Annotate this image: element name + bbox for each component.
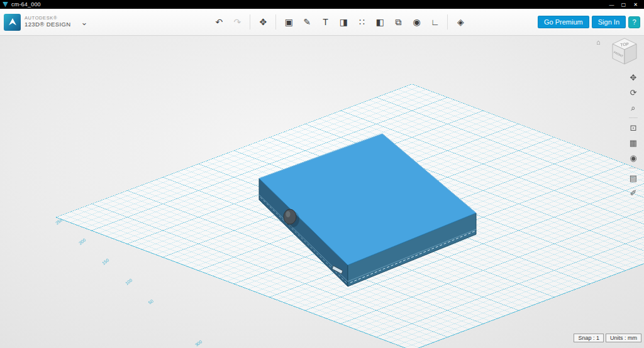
toolbar-separator <box>447 14 448 30</box>
model-canvas <box>0 36 644 348</box>
visibility-icon[interactable]: ◉ <box>628 153 639 163</box>
brand-123d-design: 123D® DESIGN <box>25 21 71 28</box>
text-tool-icon[interactable]: T <box>319 17 331 27</box>
account-area: Go Premium Sign In ? <box>538 16 640 28</box>
pattern-icon[interactable]: ∷ <box>356 17 367 27</box>
zoom-icon[interactable]: ⌕ <box>628 102 639 113</box>
3d-viewport[interactable]: 250 200 150 100 50 300 ⌂ TOP FRONT <box>0 36 644 348</box>
pan-icon[interactable]: ✥ <box>628 72 639 83</box>
model-knob-highlight <box>286 211 291 217</box>
nav-separator <box>629 168 638 168</box>
autodesk-123d-logo-icon <box>4 14 21 31</box>
home-view-icon[interactable]: ⌂ <box>596 38 601 46</box>
tool-icon-row: ↶ ↷ ✥ ▣ ✎ T ◨ ∷ ◧ ⧉ ◉ ∟ ◈ <box>213 14 466 30</box>
brand-text: AUTODESK® 123D® DESIGN <box>25 16 71 28</box>
toolbar-separator <box>275 14 276 30</box>
minimize-button[interactable]: — <box>606 0 618 9</box>
nav-separator <box>629 117 638 118</box>
modify-icon[interactable]: ◧ <box>374 17 386 27</box>
app-icon <box>3 2 8 8</box>
close-button[interactable]: ✕ <box>630 0 641 9</box>
sign-in-button[interactable]: Sign In <box>592 16 626 28</box>
window-title: cm-64_000 <box>11 1 41 8</box>
shaded-view-icon[interactable]: ▦ <box>628 138 639 148</box>
main-menu-chevron-icon[interactable]: ⌄ <box>81 18 88 27</box>
undo-icon[interactable]: ↶ <box>213 17 225 27</box>
combine-icon[interactable]: ◉ <box>411 17 422 27</box>
status-bar: Snap : 1 Units : mm <box>574 334 641 342</box>
view-cube-area: ⌂ TOP FRONT <box>596 36 640 68</box>
main-toolbar: AUTODESK® 123D® DESIGN ⌄ ↶ ↷ ✥ ▣ ✎ T ◨ ∷… <box>0 9 644 36</box>
grouping-icon[interactable]: ⧉ <box>392 17 404 28</box>
viewport-nav-toolbar: ✥ ⟳ ⌕ ⊡ ▦ ◉ ▤ ✐ <box>628 72 639 198</box>
toolbar-separator <box>250 14 250 30</box>
material-icon[interactable]: ✐ <box>628 188 639 198</box>
view-cube[interactable]: TOP FRONT <box>608 36 640 67</box>
maximize-button[interactable]: ▢ <box>618 0 630 9</box>
window-controls: — ▢ ✕ <box>606 0 641 9</box>
go-premium-button[interactable]: Go Premium <box>538 16 589 28</box>
brand: AUTODESK® 123D® DESIGN ⌄ <box>4 14 87 31</box>
grid-settings-icon[interactable]: ▤ <box>628 173 639 183</box>
measure-icon[interactable]: ∟ <box>429 17 440 27</box>
construct-icon[interactable]: ◨ <box>338 17 349 27</box>
primitives-icon[interactable]: ▣ <box>283 17 294 27</box>
snap-icon[interactable]: ◈ <box>455 17 466 27</box>
transform-icon[interactable]: ✥ <box>257 17 269 27</box>
sketch-icon[interactable]: ✎ <box>301 17 313 27</box>
title-bar: cm-64_000 — ▢ ✕ <box>0 0 644 9</box>
redo-icon[interactable]: ↷ <box>231 17 243 27</box>
snap-setting[interactable]: Snap : 1 <box>574 334 604 342</box>
model-knob[interactable] <box>284 209 296 224</box>
help-button[interactable]: ? <box>628 16 640 28</box>
units-setting[interactable]: Units : mm <box>606 334 641 342</box>
orbit-icon[interactable]: ⟳ <box>628 87 639 98</box>
fit-view-icon[interactable]: ⊡ <box>628 122 639 133</box>
